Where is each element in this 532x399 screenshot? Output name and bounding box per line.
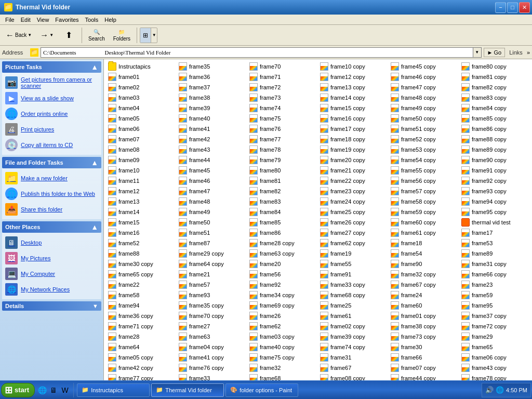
file-item[interactable]: frame14 xyxy=(106,207,177,217)
file-item[interactable]: frame04 xyxy=(106,103,177,113)
file-item[interactable]: frame04 copy xyxy=(177,342,247,352)
file-item[interactable]: frame66 copy xyxy=(459,269,530,280)
address-input[interactable] xyxy=(41,47,473,58)
file-item[interactable]: frame58 copy xyxy=(389,196,459,207)
file-item[interactable]: frame20 xyxy=(247,259,318,269)
file-item[interactable]: frame78 xyxy=(247,144,318,155)
file-item[interactable]: frame70 copy xyxy=(177,311,247,321)
file-item[interactable]: frame94 copy xyxy=(459,196,530,207)
file-item[interactable]: frame70 xyxy=(247,61,318,72)
file-item[interactable]: frame29 xyxy=(459,331,530,342)
file-item[interactable]: frame03 copy xyxy=(247,331,318,342)
file-item[interactable]: frame67 xyxy=(318,363,389,373)
file-item[interactable]: frame94 xyxy=(106,300,177,311)
file-item[interactable]: frame08 copy xyxy=(318,373,389,380)
file-item[interactable]: frame19 xyxy=(318,248,389,259)
search-button[interactable]: 🔍 Search xyxy=(85,28,109,43)
file-item[interactable]: frame71 copy xyxy=(106,321,177,331)
file-item[interactable]: frame89 xyxy=(459,248,530,259)
task-order-prints[interactable]: 🌐 Order prints online xyxy=(4,106,99,122)
file-item[interactable]: frame86 xyxy=(247,228,318,238)
file-item[interactable]: frame83 xyxy=(247,196,318,207)
file-item[interactable]: frame88 copy xyxy=(459,134,530,144)
file-item[interactable]: frame38 copy xyxy=(389,321,459,331)
file-item[interactable]: frame18 xyxy=(389,238,459,248)
file-item[interactable]: frame36 copy xyxy=(106,311,177,321)
file-item[interactable]: frame65 xyxy=(459,342,530,352)
file-item[interactable]: frame73 copy xyxy=(389,331,459,342)
file-item[interactable]: frame39 xyxy=(177,103,247,113)
file-item[interactable]: frame66 xyxy=(389,352,459,363)
close-button[interactable]: ✕ xyxy=(519,2,530,13)
file-item[interactable]: frame50 xyxy=(177,217,247,228)
file-item[interactable]: frame39 copy xyxy=(318,331,389,342)
picture-tasks-collapse[interactable]: ▲ xyxy=(91,63,98,71)
nav-desktop[interactable]: 🖥 Desktop xyxy=(4,235,99,250)
file-item[interactable]: frame31 copy xyxy=(459,259,530,269)
file-item[interactable]: frame08 xyxy=(106,144,177,155)
file-item[interactable]: frame63 xyxy=(177,331,247,342)
file-item[interactable]: frame45 copy xyxy=(389,61,459,72)
file-item[interactable]: frame42 xyxy=(177,134,247,144)
file-item[interactable]: frame64 xyxy=(106,342,177,352)
file-item[interactable]: frame76 xyxy=(247,124,318,134)
other-places-header[interactable]: Other Places ▲ xyxy=(2,221,101,233)
file-item[interactable]: frame34 copy xyxy=(247,290,318,300)
file-item[interactable]: frame43 xyxy=(177,144,247,155)
file-item[interactable]: frame55 xyxy=(318,259,389,269)
file-item[interactable]: frame84 copy xyxy=(459,103,530,113)
file-item[interactable]: frame64 copy xyxy=(177,259,247,269)
file-item[interactable]: frame17 xyxy=(459,228,530,238)
file-item[interactable]: frame12 copy xyxy=(318,72,389,82)
file-item[interactable]: frame06 copy xyxy=(459,352,530,363)
picture-tasks-header[interactable]: Picture Tasks ▲ xyxy=(2,61,101,73)
file-item[interactable]: frame81 xyxy=(247,176,318,186)
file-item[interactable]: frame06 xyxy=(106,124,177,134)
file-item[interactable]: frame86 copy xyxy=(459,124,530,134)
go-button[interactable]: ► Go xyxy=(484,48,506,57)
show-desktop-icon[interactable]: 🖥 xyxy=(48,385,59,395)
file-item[interactable]: frame91 copy xyxy=(459,165,530,176)
file-item[interactable]: frame47 copy xyxy=(389,82,459,92)
file-item[interactable]: frame40 copy xyxy=(247,342,318,352)
file-item[interactable]: frame87 xyxy=(177,238,247,248)
file-item[interactable]: frame93 xyxy=(177,290,247,300)
file-item[interactable]: frame72 copy xyxy=(459,321,530,331)
file-item[interactable]: frame69 copy xyxy=(247,300,318,311)
file-item[interactable]: frame62 xyxy=(247,321,318,331)
file-item[interactable]: frame92 copy xyxy=(459,176,530,186)
file-item[interactable]: frame33 copy xyxy=(318,280,389,290)
menu-help[interactable]: Help xyxy=(101,16,119,24)
file-item[interactable]: frame53 xyxy=(459,238,530,248)
file-item[interactable]: frame61 xyxy=(318,311,389,321)
file-item[interactable]: frame76 copy xyxy=(177,363,247,373)
start-button[interactable]: ⊞ start xyxy=(1,383,35,397)
nav-my-pictures[interactable]: 🖼 My Pictures xyxy=(4,250,99,266)
file-item[interactable]: frame41 xyxy=(177,124,247,134)
file-item[interactable]: frame26 copy xyxy=(318,217,389,228)
file-item[interactable]: frame85 xyxy=(247,217,318,228)
folders-button[interactable]: 📁 Folders xyxy=(110,28,134,43)
file-item[interactable]: frame77 xyxy=(247,134,318,144)
file-item[interactable]: frame51 xyxy=(177,228,247,238)
file-item[interactable]: frame20 copy xyxy=(318,155,389,165)
file-item[interactable]: frame35 xyxy=(177,61,247,72)
file-item[interactable]: frame58 xyxy=(106,290,177,300)
file-item[interactable]: frame71 xyxy=(247,72,318,82)
file-item[interactable]: frame31 xyxy=(318,352,389,363)
file-item[interactable]: frame16 xyxy=(106,228,177,238)
file-item[interactable]: frame23 copy xyxy=(318,186,389,196)
file-item[interactable]: frame78 copy xyxy=(459,373,530,380)
task-slideshow[interactable]: ▶ View as a slide show xyxy=(4,90,99,106)
file-item[interactable]: frame30 xyxy=(389,342,459,352)
file-item[interactable]: frame52 copy xyxy=(389,134,459,144)
file-item[interactable]: frame68 xyxy=(247,373,318,380)
file-item[interactable]: frame54 copy xyxy=(389,155,459,165)
task-copy-cd[interactable]: 💿 Copy all items to CD xyxy=(4,137,99,153)
file-item[interactable]: frame73 xyxy=(247,92,318,103)
file-item[interactable]: frame63 copy xyxy=(247,248,318,259)
file-item[interactable]: frame07 xyxy=(106,134,177,144)
menu-edit[interactable]: Edit xyxy=(18,16,34,24)
file-item[interactable]: frame05 xyxy=(106,113,177,124)
file-item[interactable]: frame60 copy xyxy=(389,217,459,228)
